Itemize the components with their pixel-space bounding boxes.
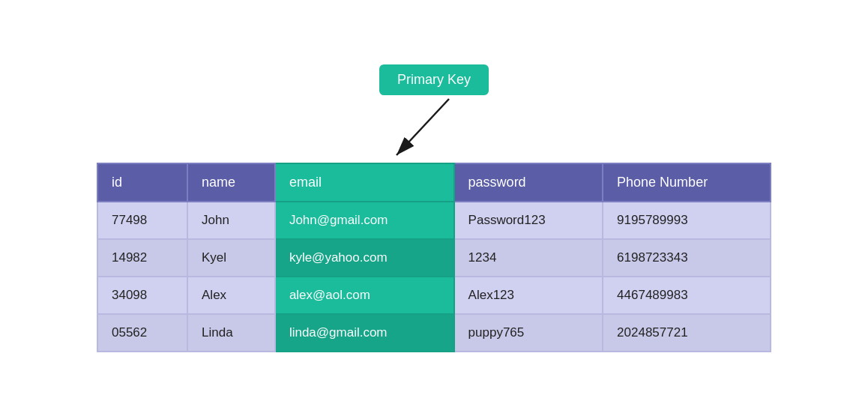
cell-phone: 2024857721 (603, 314, 771, 352)
col-header-phone: Phone Number (603, 163, 771, 202)
cell-name: Alex (187, 277, 275, 314)
primary-key-badge: Primary Key (379, 64, 489, 95)
cell-password: Password123 (454, 202, 603, 239)
cell-id: 77498 (97, 202, 187, 239)
cell-email: alex@aol.com (275, 277, 454, 314)
table-row: 14982Kyelkyle@yahoo.com12346198723343 (97, 239, 771, 277)
table-row: 34098Alexalex@aol.comAlex1234467489983 (97, 277, 771, 314)
svg-line-1 (397, 99, 449, 155)
cell-name: Linda (187, 314, 275, 352)
cell-id: 34098 (97, 277, 187, 314)
cell-phone: 6198723343 (603, 239, 771, 277)
cell-name: Kyel (187, 239, 275, 277)
cell-phone: 4467489983 (603, 277, 771, 314)
data-table: id name email password Phone Number 7749… (97, 163, 771, 352)
col-header-email: email (275, 163, 454, 202)
cell-name: John (187, 202, 275, 239)
table-row: 05562Lindalinda@gmail.compuppy7652024857… (97, 314, 771, 352)
arrow-diagram (374, 95, 494, 163)
table-header-row: id name email password Phone Number (97, 163, 771, 202)
col-header-id: id (97, 163, 187, 202)
col-header-password: password (454, 163, 603, 202)
cell-password: puppy765 (454, 314, 603, 352)
cell-phone: 9195789993 (603, 202, 771, 239)
cell-email: linda@gmail.com (275, 314, 454, 352)
cell-id: 05562 (97, 314, 187, 352)
cell-password: Alex123 (454, 277, 603, 314)
table-row: 77498JohnJohn@gmail.comPassword123919578… (97, 202, 771, 239)
annotation-container: Primary Key (374, 64, 494, 163)
cell-email: kyle@yahoo.com (275, 239, 454, 277)
page-container: Primary Key id name email password Phone… (97, 64, 771, 352)
cell-id: 14982 (97, 239, 187, 277)
cell-email: John@gmail.com (275, 202, 454, 239)
col-header-name: name (187, 163, 275, 202)
cell-password: 1234 (454, 239, 603, 277)
